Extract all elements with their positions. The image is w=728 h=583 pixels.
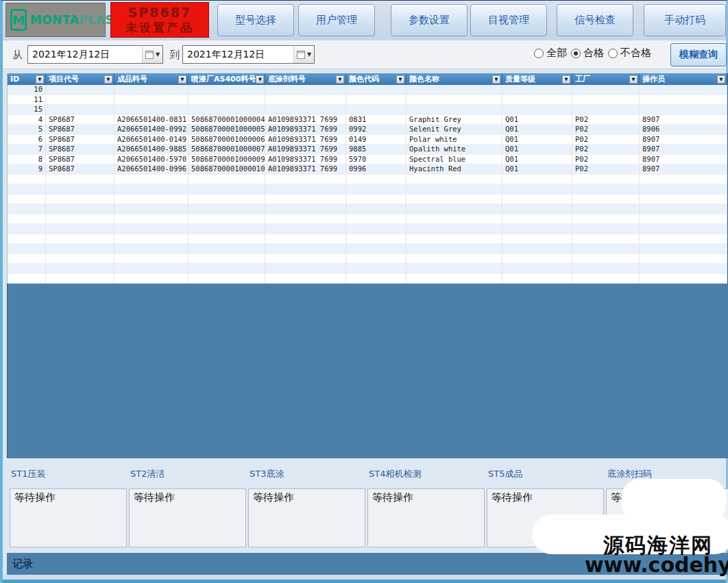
- filter-dropdown-icon[interactable]: ▼: [629, 75, 638, 84]
- table-cell: 8907: [640, 135, 727, 145]
- table-row[interactable]: [8, 214, 727, 225]
- table-cell: Selenit Grey: [407, 125, 502, 135]
- radio-fail-circle[interactable]: [608, 49, 618, 58]
- table-row[interactable]: [8, 204, 727, 214]
- filter-dropdown-icon[interactable]: ▼: [562, 75, 570, 84]
- filter-dropdown-icon[interactable]: ▼: [492, 75, 500, 84]
- table-cell: [346, 264, 407, 274]
- table-cell: [502, 274, 572, 284]
- radio-fail[interactable]: 不合格: [608, 47, 651, 60]
- chevron-down-icon: ▼: [307, 51, 311, 58]
- table-row[interactable]: [8, 234, 727, 245]
- station-label-st2: ST2清洁: [130, 468, 165, 480]
- table-row[interactable]: 10: [8, 85, 727, 95]
- table-cell: [46, 85, 114, 95]
- table-row[interactable]: 9SP8687A2066501400-099650868700001000010…: [8, 164, 727, 175]
- column-header[interactable]: 颜色名称▼: [407, 73, 502, 85]
- filter-dropdown-icon[interactable]: ▼: [396, 75, 404, 84]
- table-row[interactable]: [8, 224, 727, 234]
- table-row[interactable]: 5SP8687A2066501400-099250868700001000005…: [8, 125, 727, 135]
- table-cell: [8, 244, 46, 254]
- table-cell: A0109893371 7699: [265, 155, 346, 165]
- table-row[interactable]: 7SP8687A2066501400-988550868700001000007…: [8, 145, 727, 155]
- date-from-dropdown-button[interactable]: ▼: [142, 46, 162, 63]
- column-header-label: 成品料号: [117, 74, 147, 84]
- station-status-st3[interactable]: 等待操作: [248, 488, 365, 547]
- radio-all[interactable]: 全部: [534, 47, 567, 60]
- table-row[interactable]: [8, 184, 727, 195]
- user-management-button[interactable]: 用户管理: [298, 4, 375, 36]
- table-cell: [572, 214, 640, 225]
- table-row[interactable]: 11: [8, 95, 727, 106]
- table-row[interactable]: [8, 264, 727, 274]
- parameter-settings-button[interactable]: 参数设置: [391, 4, 468, 36]
- radio-pass-circle[interactable]: [571, 49, 581, 58]
- date-to-picker[interactable]: 2021年12月12日 ▼: [182, 45, 315, 64]
- filter-dropdown-icon[interactable]: ▼: [104, 75, 112, 84]
- date-to-dropdown-button[interactable]: ▼: [293, 46, 314, 63]
- calendar-icon: [297, 51, 305, 59]
- table-cell: [114, 234, 189, 245]
- model-select-button[interactable]: 型号选择: [217, 4, 294, 36]
- table-cell: [189, 95, 265, 106]
- table-row[interactable]: 4SP8687A2066501400-083150868700001000004…: [8, 115, 727, 125]
- column-header[interactable]: 颜色代码▼: [346, 73, 407, 85]
- radio-pass[interactable]: 合格: [571, 47, 604, 60]
- column-header[interactable]: ID▼: [8, 73, 46, 85]
- station-status-st1[interactable]: 等待操作: [10, 488, 127, 547]
- table-cell: 8907: [640, 115, 727, 125]
- table-row[interactable]: 15: [8, 105, 727, 115]
- table-cell: 0992: [346, 125, 407, 135]
- table-cell: [640, 274, 727, 284]
- radio-all-circle[interactable]: [534, 49, 544, 58]
- column-header[interactable]: 操作员▼: [640, 73, 727, 85]
- table-cell: [114, 175, 189, 185]
- table-cell: P02: [572, 155, 640, 165]
- date-from-picker[interactable]: 2021年12月12日 ▼: [27, 45, 163, 64]
- column-header[interactable]: 质量等级▼: [502, 73, 572, 85]
- table-row[interactable]: [8, 254, 727, 264]
- table-cell: 50868700001000009: [189, 155, 265, 165]
- signal-check-button[interactable]: 信号检查: [557, 4, 633, 36]
- station-status-st2[interactable]: 等待操作: [129, 488, 246, 547]
- table-cell: [502, 85, 572, 95]
- table-cell: [502, 244, 572, 254]
- table-cell: [46, 175, 114, 185]
- table-cell: [265, 214, 346, 225]
- column-header[interactable]: 底涂剂料号▼: [265, 73, 346, 85]
- table-cell: [407, 214, 502, 225]
- filter-dropdown-icon[interactable]: ▼: [336, 75, 344, 84]
- table-row[interactable]: [8, 274, 727, 284]
- filter-dropdown-icon[interactable]: ▼: [178, 75, 186, 84]
- visual-management-button[interactable]: 目视管理: [470, 4, 547, 36]
- table-cell: [46, 224, 114, 234]
- table-cell: A2066501400-0992: [114, 125, 189, 135]
- fuzzy-query-button[interactable]: 模糊查询: [670, 43, 727, 66]
- column-header-label: 项目代号: [49, 74, 79, 84]
- table-row[interactable]: [8, 195, 727, 205]
- table-cell: [572, 234, 640, 245]
- table-cell: A0109893371 7699: [265, 125, 346, 135]
- table-header-row: ID▼项目代号▼成品料号▼喷漆厂AS400料号▼底涂剂料号▼颜色代码▼颜色名称▼…: [8, 73, 727, 85]
- table-cell: [502, 184, 572, 195]
- table-cell: [189, 195, 265, 205]
- station-status-st4[interactable]: 等待操作: [367, 488, 485, 547]
- station-label-st1: ST1压装: [11, 468, 45, 480]
- table-row[interactable]: 6SP8687A2066501400-014950868700001000006…: [8, 135, 727, 145]
- table-row[interactable]: [8, 175, 727, 185]
- table-cell: 8907: [640, 155, 727, 165]
- filter-dropdown-icon[interactable]: ▼: [717, 75, 725, 84]
- column-header[interactable]: 成品料号▼: [114, 73, 189, 85]
- column-header[interactable]: 项目代号▼: [46, 73, 114, 85]
- table-row[interactable]: 8SP8687A2066501400-597050868700001000009…: [8, 155, 727, 165]
- column-header[interactable]: 工厂▼: [572, 73, 640, 85]
- to-label: 到: [169, 49, 180, 62]
- filter-dropdown-icon[interactable]: ▼: [256, 75, 264, 84]
- table-cell: [46, 95, 114, 106]
- filter-dropdown-icon[interactable]: ▼: [36, 75, 44, 84]
- table-cell: Q01: [502, 145, 572, 155]
- column-header[interactable]: 喷漆厂AS400料号▼: [189, 73, 265, 85]
- table-row[interactable]: [8, 244, 727, 254]
- manual-coding-button[interactable]: 手动打码: [644, 4, 726, 36]
- column-header-label: ID: [10, 75, 19, 84]
